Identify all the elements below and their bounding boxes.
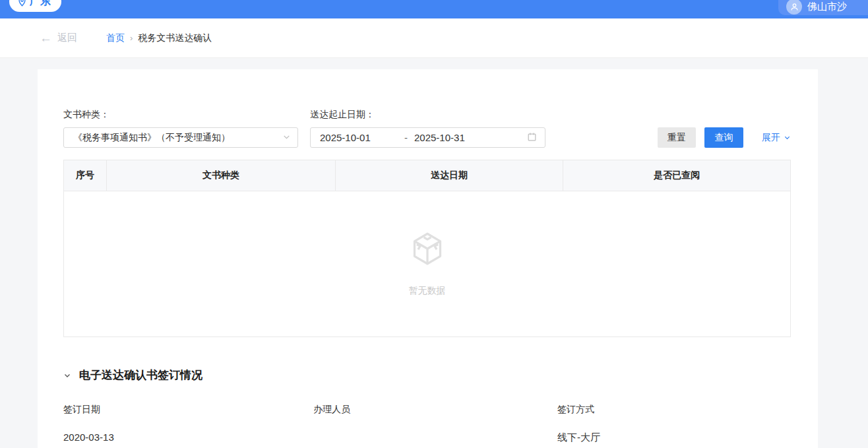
breadcrumb-separator-icon: › <box>130 33 133 43</box>
results-table: 序号 文书种类 送达日期 是否已查阅 暂无数据 <box>63 160 791 337</box>
column-header-read-status: 是否已查阅 <box>563 160 790 191</box>
confirmation-fields: 签订日期 2020-03-13 办理人员 签订方式 线下-大厅 <box>63 404 791 444</box>
date-range-picker[interactable]: 2025-10-01 - 2025-10-31 <box>310 127 545 148</box>
date-start-value[interactable]: 2025-10-01 <box>320 132 404 143</box>
user-avatar-icon <box>786 0 802 15</box>
breadcrumb: 首页 › 税务文书送达确认 <box>106 32 212 44</box>
field-value: 2020-03-13 <box>63 432 313 443</box>
expand-label: 展开 <box>762 132 780 144</box>
section-header: 电子送达确认书签订情况 <box>63 368 791 383</box>
field-value: 线下-大厅 <box>557 432 791 444</box>
location-pin-icon <box>17 0 27 7</box>
region-badge-label: 广东 <box>30 0 51 9</box>
expand-toggle[interactable]: 展开 <box>762 132 791 144</box>
main-card: 文书种类： 《税务事项通知书》（不予受理通知） 送达起止日期： 2025-10-… <box>38 69 818 448</box>
field-value <box>313 432 557 443</box>
user-account-chip[interactable]: 佛山市沙 <box>778 0 868 15</box>
date-end-value[interactable]: 2025-10-31 <box>414 132 527 143</box>
date-range-label: 送达起止日期： <box>310 109 545 121</box>
table-header-row: 序号 文书种类 送达日期 是否已查阅 <box>64 160 790 191</box>
empty-text: 暂无数据 <box>409 285 446 297</box>
breadcrumb-bar: ← 返回 首页 › 税务文书送达确认 <box>0 18 868 58</box>
doc-type-selected-value: 《税务事项通知书》（不予受理通知） <box>73 132 282 144</box>
field-sign-date: 签订日期 2020-03-13 <box>63 404 313 444</box>
column-header-delivery-date: 送达日期 <box>336 160 563 191</box>
column-header-doc-type: 文书种类 <box>107 160 336 191</box>
section-collapse-chevron-icon[interactable] <box>63 371 71 379</box>
back-arrow-icon: ← <box>40 32 52 44</box>
date-range-filter: 送达起止日期： 2025-10-01 - 2025-10-31 <box>310 109 545 148</box>
expand-chevron-down-icon <box>784 134 791 141</box>
empty-box-icon <box>410 232 445 268</box>
region-selector[interactable]: 广东 <box>9 0 61 12</box>
calendar-icon[interactable] <box>527 132 537 144</box>
search-button[interactable]: 查询 <box>704 127 743 148</box>
doc-type-label: 文书种类： <box>63 109 298 121</box>
field-handler: 办理人员 <box>313 404 557 444</box>
top-header: 广东 佛山市沙 <box>0 0 868 18</box>
field-label: 签订日期 <box>63 404 313 416</box>
back-button[interactable]: ← 返回 <box>40 32 77 44</box>
breadcrumb-home-link[interactable]: 首页 <box>106 32 125 44</box>
table-empty-state: 暂无数据 <box>64 191 790 336</box>
column-header-index: 序号 <box>64 160 107 191</box>
back-label: 返回 <box>57 32 77 44</box>
section-title: 电子送达确认书签订情况 <box>79 368 202 383</box>
filter-actions: 重置 查询 展开 <box>658 127 791 148</box>
field-label: 办理人员 <box>313 404 557 416</box>
reset-button[interactable]: 重置 <box>658 127 696 148</box>
doc-type-filter: 文书种类： 《税务事项通知书》（不予受理通知） <box>63 109 298 148</box>
breadcrumb-current: 税务文书送达确认 <box>138 32 212 44</box>
chevron-down-icon <box>282 133 291 143</box>
date-range-separator: - <box>404 132 414 143</box>
field-sign-method: 签订方式 线下-大厅 <box>557 404 791 444</box>
filter-row: 文书种类： 《税务事项通知书》（不予受理通知） 送达起止日期： 2025-10-… <box>63 109 791 148</box>
doc-type-select[interactable]: 《税务事项通知书》（不予受理通知） <box>63 127 298 148</box>
field-label: 签订方式 <box>557 404 791 416</box>
user-name-label: 佛山市沙 <box>807 1 847 13</box>
